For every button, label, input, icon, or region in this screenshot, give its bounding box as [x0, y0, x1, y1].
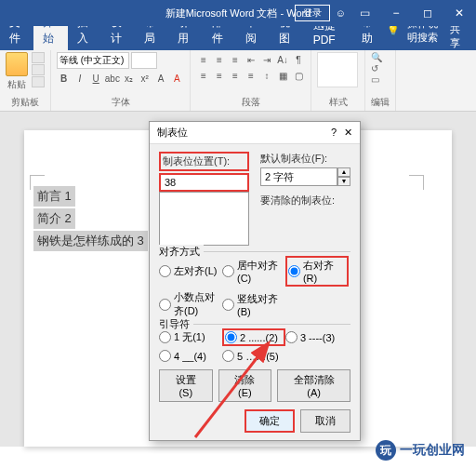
group-label-paragraph: 段落	[196, 96, 305, 109]
spinner-down-icon[interactable]: ▼	[337, 177, 350, 186]
spinner-up-icon[interactable]: ▲	[337, 167, 350, 177]
align-center-icon[interactable]: ≡	[212, 68, 227, 83]
group-font: B I U abc x₂ x² A A 字体	[51, 50, 191, 111]
group-label-clipboard: 剪贴板	[6, 96, 45, 109]
ribbon: 粘贴 剪贴板 B I U abc x₂ x² A A 字体 ≡	[0, 50, 476, 112]
format-painter-icon[interactable]	[32, 76, 45, 87]
alignment-legend: 对齐方式	[159, 245, 204, 259]
leader-3-radio[interactable]: 3 ----(3)	[285, 328, 349, 346]
styles-gallery[interactable]	[317, 52, 358, 87]
minimize-icon[interactable]: −	[383, 7, 409, 20]
watermark-text: 一玩创业网	[400, 442, 465, 459]
group-label-styles: 样式	[317, 96, 359, 109]
line-spacing-icon[interactable]: ↕	[259, 68, 274, 83]
action-buttons-row: 设置(S) 清除(E) 全部清除(A)	[159, 369, 350, 402]
align-bar-radio[interactable]: 竖线对齐(B)	[222, 290, 285, 318]
align-right-icon[interactable]: ≡	[228, 68, 243, 83]
ok-cancel-row: 确定 取消	[159, 409, 350, 433]
font-size-select[interactable]	[131, 52, 157, 69]
bullets-icon[interactable]: ≡	[196, 52, 211, 67]
close-icon[interactable]: ✕	[446, 7, 472, 20]
align-decimal-radio[interactable]: 小数点对齐(D)	[159, 290, 222, 318]
clear-tabs-label: 要清除的制表位:	[260, 194, 350, 207]
margin-corner-tr	[409, 175, 424, 190]
superscript-icon[interactable]: x²	[138, 71, 152, 86]
align-center-radio[interactable]: 居中对齐(C)	[222, 256, 285, 287]
dialog-title: 制表位	[157, 126, 188, 140]
tab-position-list[interactable]	[159, 192, 249, 246]
tab-position-input[interactable]	[159, 173, 249, 192]
italic-icon[interactable]: I	[73, 71, 86, 86]
clear-button[interactable]: 清除(E)	[218, 369, 272, 402]
set-button[interactable]: 设置(S)	[159, 369, 213, 402]
leader-2-radio[interactable]: 2 ......(2)	[222, 328, 285, 346]
doc-line-2[interactable]: 简介 2	[33, 208, 75, 229]
indent-dec-icon[interactable]: ⇤	[244, 52, 258, 67]
document-title: 新建Microsoft Word 文档 - Word	[165, 7, 311, 20]
pilcrow-icon[interactable]: ¶	[291, 52, 306, 67]
watermark: 玩 一玩创业网	[376, 440, 465, 461]
leader-fieldset: 引导符 1 无(1) 2 ......(2) 3 ----(3) 4 __(4)…	[159, 324, 350, 362]
select-icon[interactable]: ▭	[371, 74, 390, 85]
borders-icon[interactable]: ▢	[291, 68, 306, 83]
shading-icon[interactable]: ▦	[275, 68, 290, 83]
title-bar: 新建Microsoft Word 文档 - Word 登录 ☺ ▭ − ◻ ✕	[0, 0, 476, 26]
ribbon-tabs: 文件 开始 插入 设计 布局 引用 邮件 审阅 视图 迅捷PDF 帮助 💡 操作…	[0, 26, 476, 50]
group-label-editing: 编辑	[371, 96, 390, 109]
align-right-radio[interactable]: 右对齐(R)	[285, 256, 349, 287]
underline-icon[interactable]: U	[89, 71, 103, 86]
watermark-logo-icon: 玩	[376, 440, 396, 461]
indent-inc-icon[interactable]: ⇥	[259, 52, 274, 67]
sort-icon[interactable]: A↓	[275, 52, 290, 67]
tab-position-label: 制表位位置(T):	[159, 152, 249, 171]
copy-icon[interactable]	[32, 64, 45, 75]
tabs-dialog: 制表位 ? ✕ 制表位位置(T): 默认制表位(F): ▲ ▼	[149, 121, 361, 441]
align-left-icon[interactable]: ≡	[196, 68, 211, 83]
justify-icon[interactable]: ≡	[244, 68, 258, 83]
clear-all-button[interactable]: 全部清除(A)	[277, 369, 350, 402]
subscript-icon[interactable]: x₂	[122, 71, 136, 86]
group-label-font: 字体	[57, 96, 184, 109]
multilevel-icon[interactable]: ≡	[228, 52, 243, 67]
alignment-fieldset: 对齐方式 左对齐(L) 居中对齐(C) 右对齐(R) 小数点对齐(D) 竖线对齐…	[159, 251, 350, 318]
strike-icon[interactable]: abc	[105, 71, 120, 86]
font-name-select[interactable]	[57, 52, 129, 69]
leader-5-radio[interactable]: 5 ……(5)	[222, 350, 285, 362]
ok-button[interactable]: 确定	[245, 409, 295, 433]
dialog-close-icon[interactable]: ✕	[344, 127, 352, 139]
paste-icon	[6, 52, 28, 76]
dialog-titlebar[interactable]: 制表位 ? ✕	[150, 122, 360, 144]
paste-button[interactable]: 粘贴	[6, 52, 28, 91]
leader-4-radio[interactable]: 4 __(4)	[159, 350, 222, 362]
group-paragraph: ≡ ≡ ≡ ⇤ ⇥ A↓ ¶ ≡ ≡ ≡ ≡ ↕ ▦ ▢ 段落	[191, 50, 311, 111]
group-editing: 🔍 ↺ ▭ 编辑	[365, 50, 396, 111]
group-styles: 样式	[311, 50, 365, 111]
cancel-button[interactable]: 取消	[300, 409, 350, 433]
default-tab-label: 默认制表位(F):	[260, 152, 350, 166]
doc-line-3[interactable]: 钢铁是怎样练成的 3	[33, 231, 148, 251]
default-tab-input[interactable]	[260, 167, 337, 186]
margin-corner-tl	[30, 175, 45, 190]
find-icon[interactable]: 🔍	[371, 52, 390, 62]
bold-icon[interactable]: B	[57, 71, 71, 86]
cut-icon[interactable]	[32, 52, 45, 63]
leader-legend: 引导符	[159, 317, 193, 331]
group-clipboard: 粘贴 剪贴板	[0, 50, 51, 111]
ribbon-options-icon[interactable]: ▭	[351, 7, 377, 20]
restore-icon[interactable]: ◻	[415, 7, 441, 20]
align-left-radio[interactable]: 左对齐(L)	[159, 256, 222, 287]
numbering-icon[interactable]: ≡	[212, 52, 227, 67]
login-button[interactable]: 登录	[295, 5, 330, 21]
replace-icon[interactable]: ↺	[371, 63, 390, 74]
help-icon[interactable]: ?	[331, 127, 337, 139]
highlight-icon[interactable]: A	[153, 71, 167, 86]
font-color-icon[interactable]: A	[170, 71, 184, 86]
face-icon[interactable]: ☺	[336, 7, 346, 19]
